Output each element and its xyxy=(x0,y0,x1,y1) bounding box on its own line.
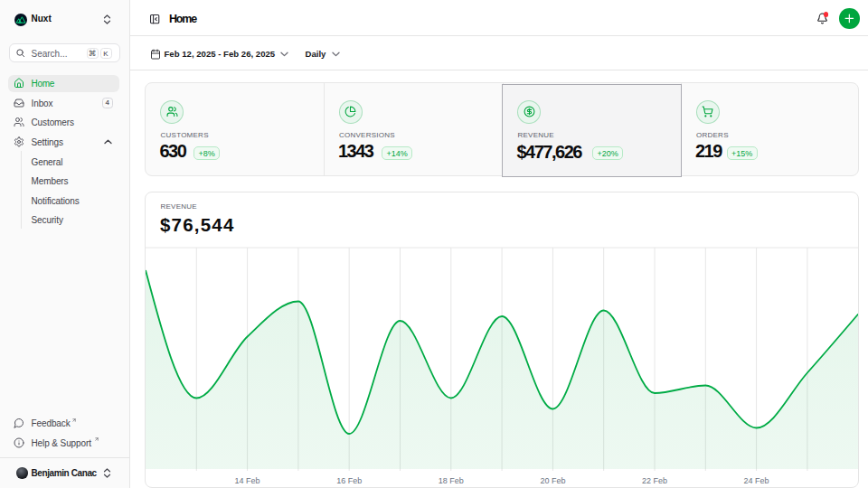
svg-text:24 Feb: 24 Feb xyxy=(744,476,769,485)
svg-text:20 Feb: 20 Feb xyxy=(540,476,565,485)
svg-text:18 Feb: 18 Feb xyxy=(439,476,464,485)
svg-text:22 Feb: 22 Feb xyxy=(642,476,667,485)
svg-text:14 Feb: 14 Feb xyxy=(235,476,260,485)
svg-text:16 Feb: 16 Feb xyxy=(336,476,362,485)
